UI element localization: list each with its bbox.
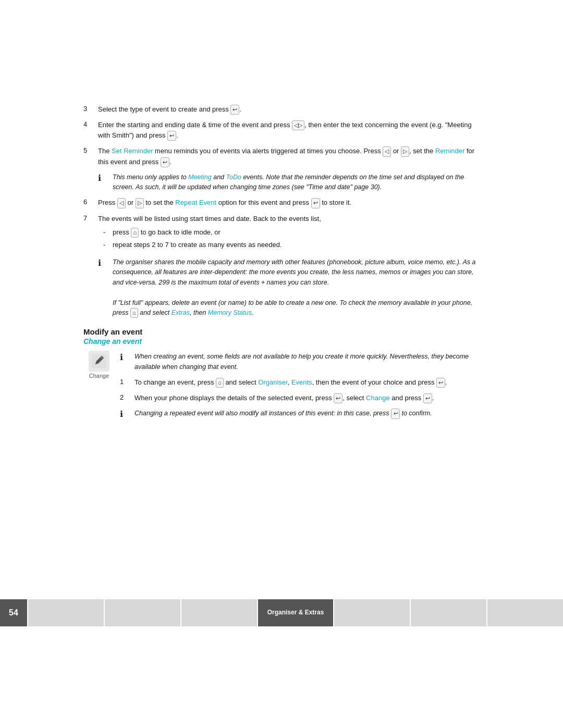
note-2: ℹ The organiser shares the mobile capaci… [83, 257, 480, 318]
sub-list-7: - press ⌂ to go back to idle mode, or - … [103, 227, 480, 250]
change-icon [89, 351, 109, 372]
btn-m1a: ⌂ [216, 378, 224, 388]
btn-6b: ▷ [136, 198, 144, 208]
btn-m1b: ↩ [436, 378, 445, 388]
info-icon-1: ℹ [98, 172, 109, 183]
change-content: ℹ When creating an event, some fields ar… [120, 351, 480, 424]
note-1: ℹ This menu only applies to Meeting and … [83, 172, 480, 193]
step-num-5: 5 [83, 146, 98, 154]
dash-7a: - [103, 227, 113, 238]
extras-link: Extras [172, 309, 190, 316]
change-note-text: When creating an event, some fields are … [134, 352, 480, 372]
step-num-3: 3 [83, 104, 98, 113]
tab-3 [181, 599, 257, 626]
events-link: Events [291, 378, 312, 386]
change-link: Change [366, 394, 390, 402]
btn-note2a: ⌂ [130, 308, 138, 318]
step-text-6: Press ◁ or ▷ to set the Repeat Event opt… [98, 198, 480, 208]
step-text-4: Enter the starting and ending date & tim… [98, 120, 480, 141]
modify-step-num-2: 2 [120, 393, 134, 401]
page-content: 3 Select the type of event to create and… [0, 0, 563, 450]
tab-2 [105, 599, 180, 626]
btn-5b: ▷ [401, 146, 409, 156]
note-text-1: This menu only applies to Meeting and To… [113, 172, 480, 193]
page-number: 54 [0, 599, 27, 626]
tab-6 [411, 599, 486, 626]
modify-section-sub: Change an event [83, 337, 480, 346]
modify-step-text-1: To change an event, press ⌂ and select O… [134, 377, 480, 388]
tab-organiser[interactable]: Organiser & Extras [258, 599, 334, 626]
step-num-7: 7 [83, 214, 98, 222]
change-note: ℹ When creating an event, some fields ar… [120, 352, 480, 372]
btn-6a: ◁ [117, 198, 126, 208]
todo-link: ToDo [226, 174, 241, 181]
tab-1 [28, 599, 104, 626]
change-icon-block: Change [83, 351, 115, 379]
step-num-6: 6 [83, 198, 98, 206]
info-icon-change: ℹ [120, 352, 131, 362]
memory-status-link: Memory Status [208, 309, 252, 316]
modify-section-title: Modify an event [83, 327, 480, 336]
step-7: 7 The events will be listed using start … [83, 214, 480, 252]
btn-6c: ↩ [311, 198, 320, 208]
footer-bar: 54 Organiser & Extras [0, 599, 563, 626]
btn-m2b: ↩ [423, 393, 432, 403]
modify-step-num-1: 1 [120, 377, 134, 386]
step-6: 6 Press ◁ or ▷ to set the Repeat Event o… [83, 198, 480, 208]
repeat-event-link: Repeat Event [175, 199, 216, 206]
btn-5a: ◁ [383, 146, 391, 156]
dash-7b: - [103, 240, 113, 250]
info-icon-2: ℹ [98, 257, 109, 268]
sub-item-7b: - repeat steps 2 to 7 to create as many … [103, 240, 480, 250]
ok-btn-3: ↩ [230, 105, 239, 115]
change-section: Change ℹ When creating an event, some fi… [83, 351, 480, 424]
sub-item-7a: - press ⌂ to go back to idle mode, or [103, 227, 480, 238]
step-4: 4 Enter the starting and ending date & t… [83, 120, 480, 141]
organiser-link: Organiser [258, 378, 287, 386]
modify-step-2: 2 When your phone displays the details o… [120, 393, 480, 403]
step-text-7: The events will be listed using start ti… [98, 214, 480, 252]
step-text-3: Select the type of event to create and p… [98, 104, 480, 115]
info-icon-3: ℹ [120, 409, 131, 419]
tab-5 [334, 599, 410, 626]
step-text-5: The Set Reminder menu reminds you of eve… [98, 146, 480, 167]
btn-m2a: ↩ [334, 393, 342, 403]
note-text-3: Changing a repeated event will also modi… [134, 409, 480, 418]
note-text-2: The organiser shares the mobile capacity… [113, 257, 480, 318]
modify-step-text-2: When your phone displays the details of … [134, 393, 480, 403]
change-label: Change [89, 373, 109, 379]
btn-note3: ↩ [391, 409, 400, 418]
tab-organiser-label: Organiser & Extras [267, 609, 324, 617]
step-3: 3 Select the type of event to create and… [83, 104, 480, 115]
step-num-4: 4 [83, 120, 98, 128]
set-reminder-link: Set Reminder [112, 147, 153, 155]
sub-text-7a: press ⌂ to go back to idle mode, or [113, 227, 221, 238]
step-5: 5 The Set Reminder menu reminds you of e… [83, 146, 480, 167]
btn-7a: ⌂ [131, 228, 139, 238]
sub-text-7b: repeat steps 2 to 7 to create as many ev… [113, 240, 282, 250]
btn-4b: ↩ [167, 131, 176, 141]
meeting-link: Meeting [188, 174, 211, 181]
tab-7 [487, 599, 563, 626]
reminder-link: Reminder [435, 147, 464, 155]
note-3: ℹ Changing a repeated event will also mo… [120, 409, 480, 419]
btn-5c: ↩ [161, 157, 169, 167]
modify-step-1: 1 To change an event, press ⌂ and select… [120, 377, 480, 388]
btn-4a: ◁▷ [292, 120, 304, 130]
